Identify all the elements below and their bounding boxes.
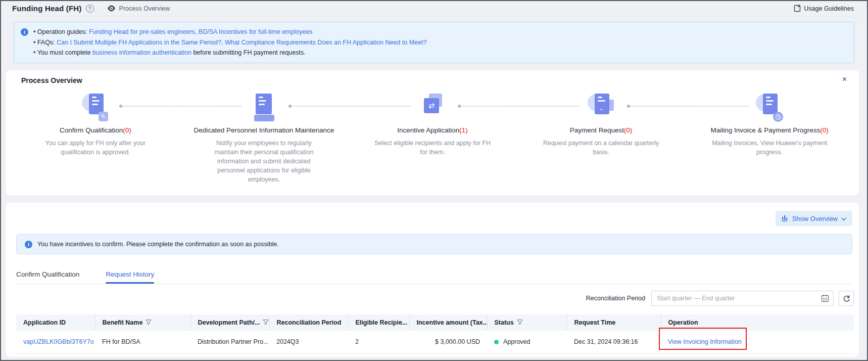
table-header-row: Application ID Benefit Name Development … — [16, 314, 854, 331]
step-title[interactable]: Confirm Qualification(0) — [16, 126, 175, 134]
guide-line1-separator: , — [195, 28, 199, 35]
guide-line2-label: FAQs: — [37, 39, 57, 46]
tab-divider — [16, 284, 852, 284]
col-reconciliation-period: Reconciliation Period — [269, 314, 348, 331]
request-history-table: Application ID Benefit Name Development … — [16, 314, 854, 354]
process-overview-link-label: Process Overview — [119, 5, 170, 12]
tab-bar: Confirm Qualification Request History — [16, 264, 154, 284]
tab-request-history[interactable]: Request History — [106, 264, 154, 284]
reconciliation-filter: Reconciliation Period — [586, 291, 854, 306]
col-status: Status — [487, 314, 567, 331]
col-development-path: Development Path/... — [190, 314, 269, 331]
step-dedicated-personnel: Dedicated Personnel Information Maintena… — [180, 94, 349, 184]
usage-guidelines-button[interactable]: Usage Guidelines — [794, 5, 854, 12]
incentive-amount-cell: $ 3,000.00 USD — [409, 331, 487, 353]
col-application-id: Application ID — [16, 314, 95, 331]
development-path-cell: Distribution Partner Pro... — [190, 331, 269, 353]
funding-head-page: Funding Head (FH) ? Process Overview Usa… — [0, 0, 868, 361]
step-incentive-application: ⇄ Incentive Application(1) Select eligib… — [348, 94, 517, 184]
process-overview-panel: Process Overview × ✎ Confirm Qualificati… — [6, 70, 859, 195]
guide-line3-suffix: before submitting FH payment requests. — [191, 49, 306, 56]
col-benefit-name: Benefit Name — [95, 314, 190, 331]
request-panel: Show Overview i You have incentives to c… — [6, 203, 859, 357]
incentive-notice-text: You have incentives to confirm. Please c… — [37, 241, 279, 248]
incentive-application-icon: ⇄ — [417, 94, 448, 120]
col-eligible-recipients: Eligible Recipie... — [348, 314, 409, 331]
close-icon[interactable]: × — [842, 75, 847, 83]
step-title[interactable]: Incentive Application(1) — [353, 126, 512, 134]
step-description: Mailing Invoices, View Huawei's payment … — [710, 139, 829, 157]
operation-guide-banner: i Operation guides: Funding Head for pre… — [14, 22, 854, 63]
personnel-maintenance-icon — [248, 94, 279, 120]
view-invoicing-information-link[interactable]: View Invoicing Information — [668, 338, 742, 345]
show-overview-label: Show Overview — [792, 215, 838, 222]
incentive-notice-banner: i You have incentives to confirm. Please… — [16, 234, 852, 254]
left-arrow-icon: ← — [595, 105, 609, 112]
show-overview-button[interactable]: Show Overview — [776, 211, 852, 226]
reconciliation-period-cell: 2024Q3 — [269, 331, 348, 353]
payment-request-icon: ← — [586, 94, 617, 120]
pencil-icon: ✎ — [99, 112, 108, 121]
refresh-button[interactable] — [839, 291, 854, 306]
process-overview-toggle[interactable]: Process Overview — [107, 5, 170, 12]
transfer-arrows-icon: ⇄ — [424, 98, 439, 113]
status-cell: Approved — [494, 338, 563, 345]
col-request-time: Request Time — [567, 314, 661, 331]
table-row: vapUZBLK0GBbI3T6Y7o FH for BD/SA Distrib… — [16, 331, 854, 353]
guide-link-presales[interactable]: Funding Head for pre-sales engineers — [89, 28, 195, 35]
application-id-link[interactable]: vapUZBLK0GBbI3T6Y7o — [23, 338, 94, 345]
guide-line3-prefix: You must complete — [37, 49, 92, 56]
status-dot — [494, 340, 499, 344]
guide-line-operation-guides: Operation guides: Funding Head for pre-s… — [33, 27, 426, 37]
mailing-invoice-icon — [754, 94, 785, 120]
step-mailing-invoice: Mailing Invoice & Payment Progress(0) Ma… — [685, 94, 854, 184]
guidelines-book-icon — [794, 5, 804, 12]
step-payment-request: ← Payment Request(0) Request payment on … — [517, 94, 686, 184]
step-count: (1) — [459, 126, 468, 134]
step-count: (0) — [123, 126, 131, 134]
col-incentive-amount: Incentive amount (Tax... — [409, 314, 487, 331]
eligible-recipients-cell: 2 — [348, 331, 409, 353]
guide-line-authentication: You must complete business information a… — [33, 48, 426, 58]
step-count: (0) — [820, 126, 829, 134]
step-count: (0) — [624, 126, 633, 134]
step-description: Request payment on a calendar quarterly … — [542, 139, 661, 157]
step-confirm-qualification: ✎ Confirm Qualification(0) You can apply… — [11, 94, 180, 184]
filter-icon[interactable] — [263, 319, 269, 327]
status-badge: Approved — [503, 338, 531, 345]
step-description: You can apply for FH only after your qua… — [36, 139, 155, 157]
tab-confirm-qualification[interactable]: Confirm Qualification — [16, 264, 79, 284]
step-title[interactable]: Dedicated Personnel Information Maintena… — [185, 126, 344, 134]
guide-line2-separator: , — [221, 39, 225, 46]
confirm-qualification-icon: ✎ — [80, 94, 111, 120]
request-time-cell: Dec 31, 2024 09:36:16 — [567, 331, 661, 353]
filter-icon[interactable] — [517, 319, 523, 327]
business-authentication-link[interactable]: business information authentication — [92, 49, 191, 56]
calendar-icon[interactable] — [821, 294, 829, 304]
bar-chart-icon — [782, 214, 789, 223]
help-icon[interactable]: ? — [86, 5, 94, 13]
step-connector — [290, 106, 410, 107]
step-title[interactable]: Mailing Invoice & Payment Progress(0) — [690, 126, 849, 134]
clock-icon — [773, 112, 783, 122]
guide-line1-label: Operation guides: — [37, 28, 89, 35]
benefit-name-cell: FH for BD/SA — [95, 331, 190, 353]
process-steps: ✎ Confirm Qualification(0) You can apply… — [11, 94, 854, 184]
step-title[interactable]: Payment Request(0) — [522, 126, 681, 134]
filter-icon[interactable] — [146, 319, 152, 327]
step-connector — [629, 106, 749, 107]
chevron-down-icon — [841, 215, 846, 222]
eye-icon — [107, 5, 116, 12]
process-overview-title: Process Overview — [21, 76, 82, 84]
page-title: Funding Head (FH) — [12, 4, 82, 13]
info-icon: i — [25, 241, 32, 248]
guide-link-bdsa[interactable]: BD/SA Incentives for full-time employees — [199, 28, 313, 35]
faq-link-multiple-applications[interactable]: Can I Submit Multiple FH Applications in… — [57, 39, 221, 46]
reconciliation-period-label: Reconciliation Period — [586, 295, 645, 302]
step-description: Notify your employees to regularly maint… — [204, 139, 323, 184]
col-operation: Operation — [661, 314, 854, 331]
step-connector — [121, 106, 241, 107]
guide-line-faqs: FAQs: Can I Submit Multiple FH Applicati… — [33, 37, 426, 48]
quarter-range-input[interactable] — [651, 291, 834, 306]
faq-link-compliance[interactable]: What Compliance Requirements Does an FH … — [225, 39, 427, 46]
